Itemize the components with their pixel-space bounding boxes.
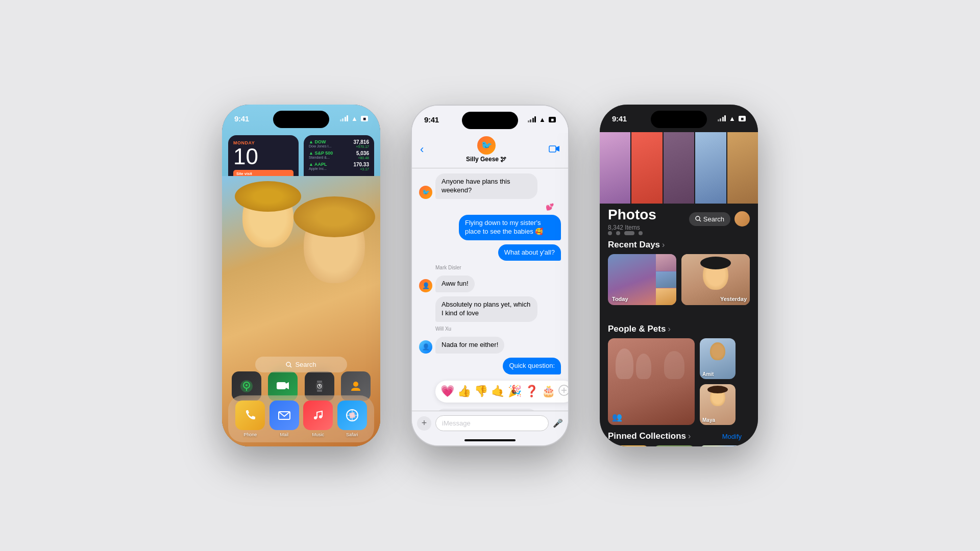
battery-icon-2: ■ xyxy=(549,117,556,122)
bubble-2: Aww fun! xyxy=(435,276,475,292)
svg-rect-22 xyxy=(549,146,556,152)
photos-view-tabs xyxy=(608,231,643,235)
modify-button[interactable]: Modify xyxy=(722,433,742,440)
wifi-icon-3: ▲ xyxy=(729,115,736,122)
recent-days-title: Recent Days xyxy=(608,240,660,250)
person-maya[interactable]: Maya xyxy=(700,384,736,425)
dock-music-label: Music xyxy=(312,432,324,437)
messages-screen: 9:41 ▲ ■ ‹ 🐦 Silly Geese 🕊 xyxy=(412,106,568,445)
tab-dot-2[interactable] xyxy=(616,231,620,235)
tab-dot-3[interactable] xyxy=(624,231,634,235)
tapback-picker[interactable]: 💗 👍 👎 🤙 🎉 ❓ 🎂 xyxy=(435,381,568,403)
dynamic-island-2 xyxy=(462,112,518,129)
amit-name: Amit xyxy=(702,371,714,377)
contacts-icon xyxy=(348,379,363,394)
strip-photo-2 xyxy=(631,132,662,204)
battery-icon-1: ■ xyxy=(361,116,368,121)
svg-line-13 xyxy=(290,366,291,367)
dock-phone-label: Phone xyxy=(243,432,257,437)
message-2: 👤 Aww fun! xyxy=(419,276,561,292)
dock-mail[interactable]: Mail xyxy=(270,400,299,437)
recent-days-chevron: › xyxy=(662,240,665,249)
bubble-1: Anyone have plans this weekend? xyxy=(435,173,537,199)
dock-safari[interactable]: Safari xyxy=(337,400,367,437)
child-face xyxy=(242,186,293,247)
pinned-card-2[interactable] xyxy=(654,445,695,446)
dock-safari-label: Safari xyxy=(346,432,358,437)
search-icon-photos xyxy=(695,216,701,222)
back-button[interactable]: ‹ xyxy=(420,143,424,156)
music-icon xyxy=(311,408,325,422)
person-large-card[interactable]: 👥 xyxy=(608,338,695,425)
heart-reaction: 💕 xyxy=(419,203,561,211)
svg-rect-6 xyxy=(317,390,322,392)
dynamic-island-3 xyxy=(651,111,707,128)
people-pets-chevron: › xyxy=(668,324,670,334)
search-icon-home xyxy=(286,362,292,368)
group-avatar: 🐦 xyxy=(477,136,496,155)
messages-body[interactable]: 🐦 Anyone have plans this weekend? 💕 Flyi… xyxy=(412,168,568,411)
recent-days-row: Today Yesterday xyxy=(608,254,750,305)
strip-photo-1 xyxy=(600,132,630,204)
svg-point-27 xyxy=(696,216,700,220)
sender-avatar-1: 🐦 xyxy=(419,186,432,199)
battery-icon-3: ■ xyxy=(739,116,746,121)
person-cards-col: Amit Maya xyxy=(700,338,736,425)
svg-point-12 xyxy=(286,362,290,366)
today-card[interactable]: Today xyxy=(608,254,676,305)
svg-rect-3 xyxy=(277,382,286,389)
message-1: 🐦 Anyone have plans this weekend? xyxy=(419,173,561,199)
pinned-card-3[interactable]: Meerut Ghaz xyxy=(700,445,741,446)
dock-music[interactable]: Music xyxy=(303,400,333,437)
message-sent-1: Flying down to my sister's place to see … xyxy=(419,215,561,240)
pinned-collections-header: Pinned Collections › Modify xyxy=(608,431,750,441)
svg-rect-5 xyxy=(317,381,322,383)
today-grid xyxy=(656,254,676,305)
bubble-sent-3: Quick question: xyxy=(503,358,561,374)
dynamic-island-1 xyxy=(273,111,329,128)
photos-search-button[interactable]: Search xyxy=(689,212,730,226)
pinned-chevron: › xyxy=(688,432,691,441)
search-bar[interactable]: Search xyxy=(255,357,347,372)
findmy-icon xyxy=(239,379,254,394)
people-pets-header[interactable]: People & Pets › xyxy=(608,324,758,334)
message-input-field[interactable]: iMessage xyxy=(435,415,549,431)
add-attachment-button[interactable]: + xyxy=(417,416,431,431)
mother-face xyxy=(304,207,365,283)
strip-photo-3 xyxy=(664,132,694,204)
tab-dot-4[interactable] xyxy=(639,231,643,235)
svg-marker-4 xyxy=(286,382,289,389)
wifi-icon-2: ▲ xyxy=(539,116,546,123)
pinned-card-1[interactable] xyxy=(608,445,649,446)
add-tapback-icon[interactable] xyxy=(558,385,568,398)
portrait-face xyxy=(703,259,728,290)
yesterday-card[interactable]: Yesterday xyxy=(681,254,750,305)
recent-days-header[interactable]: Recent Days › xyxy=(608,240,758,250)
sender-avatar-4: 👤 xyxy=(419,340,432,354)
people-pets-section: People & Pets › 👥 xyxy=(608,324,758,425)
bottom-dock: Phone Mail Music xyxy=(228,395,374,442)
messages-input-bar: + iMessage 🎤 xyxy=(412,411,568,435)
tab-dot-1[interactable] xyxy=(608,231,612,235)
status-icons-3: ▲ ■ xyxy=(718,115,746,122)
pinned-title: Pinned Collections xyxy=(608,431,686,441)
bubble-sent-1: Flying down to my sister's place to see … xyxy=(459,215,561,240)
photos-user-avatar[interactable] xyxy=(734,211,750,227)
photos-header-strip xyxy=(600,132,758,204)
mic-icon[interactable]: 🎤 xyxy=(553,418,563,428)
pinned-row: Meerut Ghaz xyxy=(608,445,750,446)
strip-photo-4 xyxy=(695,132,726,204)
status-icons-2: ▲ ■ xyxy=(528,116,556,123)
yesterday-label: Yesterday xyxy=(720,296,747,302)
video-call-icon[interactable] xyxy=(549,143,560,156)
sender-will: Will Xu xyxy=(435,326,561,332)
watch-icon xyxy=(312,379,327,394)
stock-2: ▲ S&P 500 Standard &... 5,036 +80.48 xyxy=(309,151,369,160)
dock-phone[interactable]: Phone xyxy=(235,400,265,437)
mail-icon xyxy=(277,408,291,422)
person-amit[interactable]: Amit xyxy=(700,338,736,379)
phone-3-photos: 9:41 ▲ ■ Photos xyxy=(600,105,758,446)
svg-point-2 xyxy=(246,384,248,386)
message-3: Absolutely no plans yet, which I kind of… xyxy=(419,296,561,322)
phone-icon xyxy=(243,408,257,422)
